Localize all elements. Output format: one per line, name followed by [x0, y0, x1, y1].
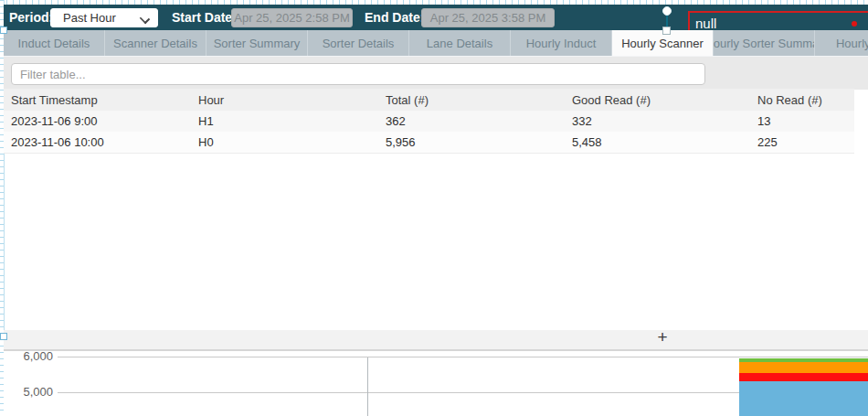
table-row[interactable]: 2023-11-06 10:00H05,9565,458225 — [4, 132, 854, 154]
gridline — [58, 357, 868, 357]
table-cell: 2023-11-06 9:00 — [11, 111, 97, 132]
table-cell: 332 — [572, 111, 592, 132]
period-select[interactable]: Past Hour — [50, 8, 158, 27]
gridline-vertical — [367, 357, 368, 416]
selection-handle-bottom[interactable] — [662, 27, 671, 35]
tab-bar: Induct DetailsScanner DetailsSorter Summ… — [4, 30, 868, 56]
start-date-label: Start Date: — [172, 10, 237, 25]
tab-lane-details[interactable]: Lane Details — [409, 30, 511, 56]
table-cell: 5,458 — [572, 132, 602, 153]
add-button[interactable]: + — [653, 328, 672, 347]
table-row[interactable]: 2023-11-06 9:00H136233213 — [4, 111, 854, 133]
y-axis-tick-label: 5,000 — [7, 385, 53, 399]
table-cell: H0 — [198, 132, 214, 153]
table-header: Start TimestampHourTotal (#)Good Read (#… — [4, 89, 854, 112]
resize-handle[interactable] — [0, 27, 7, 34]
app-window: Period: Past Hour Start Date: End Date: … — [0, 0, 868, 416]
column-header[interactable]: Total (#) — [386, 89, 429, 111]
column-header[interactable]: Good Read (#) — [572, 89, 651, 111]
y-axis-tick-label: 6,000 — [7, 349, 53, 363]
table-cell: 2023-11-06 10:00 — [11, 132, 104, 153]
bar-segment-blue-good-read — [739, 381, 868, 416]
chevron-down-icon — [140, 14, 150, 24]
resize-handle[interactable] — [0, 333, 7, 340]
table-cell: 362 — [386, 111, 406, 132]
table-cell: 5,956 — [386, 132, 416, 153]
end-date-input[interactable] — [421, 8, 555, 27]
tab-induct-details[interactable]: Induct Details — [4, 30, 105, 56]
selection-handle-top[interactable] — [662, 6, 672, 16]
column-header[interactable]: Hour — [198, 89, 224, 111]
tab-hourly-induct[interactable]: Hourly Induct — [511, 30, 612, 56]
period-label: Period: — [9, 10, 53, 25]
record-dot-icon — [852, 21, 857, 27]
table-cell: H1 — [198, 111, 214, 132]
filter-table-input[interactable] — [11, 63, 705, 85]
tab-hourly-sorter-details[interactable]: Hourly Sort — [815, 30, 868, 56]
tab-sorter-details[interactable]: Sorter Details — [308, 30, 409, 56]
table-cell: 225 — [757, 132, 778, 153]
tab-hourly-sorter-summary[interactable]: Hourly Sorter Summar — [714, 30, 815, 56]
tab-scanner-details[interactable]: Scanner Details — [105, 30, 206, 56]
column-header[interactable]: Start Timestamp — [11, 89, 98, 111]
period-select-value: Past Hour — [63, 11, 116, 25]
column-header[interactable]: No Read (#) — [757, 89, 822, 111]
end-date-label: End Date: — [365, 10, 424, 25]
table-cell: 13 — [757, 111, 770, 132]
tab-sorter-summary[interactable]: Sorter Summary — [206, 30, 308, 56]
hourly-scanner-chart: 6,0005,000 — [4, 351, 868, 416]
bar-segment-orange — [739, 362, 868, 374]
table-footer-strip — [4, 330, 868, 349]
start-date-input[interactable] — [231, 8, 353, 27]
bar-segment-red-no-read — [739, 373, 868, 381]
toolbar: Period: Past Hour Start Date: End Date: … — [4, 5, 868, 30]
null-overlay-text: null — [695, 16, 716, 31]
filter-strip — [4, 56, 868, 90]
